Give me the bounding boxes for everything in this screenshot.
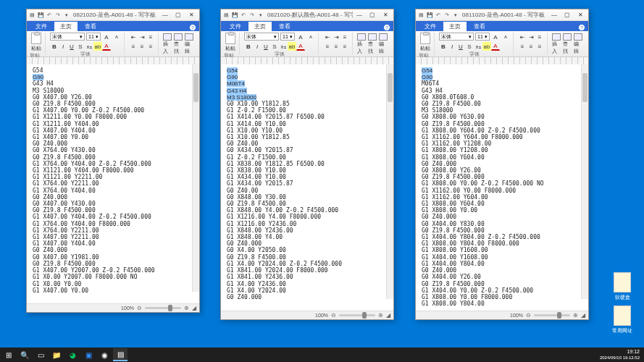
align-right-icon[interactable]: ≡ [340,42,349,51]
zoom-slider[interactable] [339,314,375,316]
align-right-icon[interactable]: ≡ [146,42,155,51]
lookup-button[interactable]: 查找 [563,33,572,55]
font-size-select[interactable]: 11 ▾ [280,33,295,41]
folder-icon[interactable]: 📁 [49,348,64,361]
undo-icon[interactable]: ↶ [435,12,442,19]
desktop-icon[interactable]: 软硬盘 [611,272,633,301]
font-name-select[interactable]: 宋体 ▾ [244,33,279,41]
paste-button[interactable]: 粘贴 [225,33,235,52]
align-left-icon[interactable]: ≡ [518,42,527,51]
vertical-scrollbar[interactable] [386,64,393,299]
resize-grip-icon[interactable]: ◢ [192,305,196,311]
dropdown-icon[interactable]: ▾ [452,12,459,19]
start-button[interactable]: ⊞ [1,348,16,361]
underline-button[interactable]: U [67,42,76,51]
search-icon[interactable]: 🔍 [17,348,32,361]
strike-button[interactable]: S [270,42,279,51]
dropdown-icon[interactable]: ▾ [63,12,70,19]
bold-button[interactable]: B [244,42,253,51]
document-area[interactable]: G54 G90 M06T4 G43 H4 M3 S18000 G0 X10.00… [221,64,393,311]
bold-button[interactable]: B [439,42,448,51]
zoom-in-button[interactable]: ⊕ [378,312,383,319]
maximize-button[interactable]: ▢ [366,10,379,20]
grow-font-icon[interactable]: A [296,33,305,41]
tab-view[interactable]: 查看 [468,22,491,31]
zoom-in-button[interactable]: ⊕ [184,305,189,311]
highlight-button[interactable]: ab [482,42,491,51]
bullets-icon[interactable]: ≡ [340,33,349,41]
inc-indent-icon[interactable]: ⇥ [332,33,340,41]
inc-indent-icon[interactable]: ⇥ [527,33,535,41]
document-area[interactable]: G54 G90 G43 H4 M3 S18000 G0 X407.00 Y26.… [27,64,199,303]
system-clock[interactable]: 19:12 2024/09/10 19:12:52 [600,349,643,361]
minimize-button[interactable]: — [353,10,366,20]
ruler[interactable] [27,57,199,64]
ruler[interactable] [221,57,393,64]
vertical-scrollbar[interactable] [192,64,199,292]
close-button[interactable]: ✕ [574,10,587,20]
paste-button[interactable]: 粘贴 [31,33,41,52]
redo-icon[interactable]: ↷ [248,12,256,19]
vertical-scrollbar[interactable] [581,64,588,299]
bold-button[interactable]: B [50,42,59,51]
font-color-button[interactable]: A [102,42,111,51]
scrollbar-thumb[interactable] [582,73,587,102]
bullets-icon[interactable]: ≡ [535,33,544,41]
ruler[interactable] [416,57,588,64]
align-center-icon[interactable]: ≡ [138,42,146,51]
maximize-button[interactable]: ▢ [172,10,185,20]
resize-grip-icon[interactable]: ◢ [581,312,585,319]
save-icon[interactable]: 💾 [37,12,44,19]
strike-button[interactable]: S [465,42,474,51]
tab-file[interactable]: 文件 [224,22,247,31]
tab-home[interactable]: 主页 [248,22,272,31]
redo-icon[interactable]: ↷ [54,12,62,19]
subscript-button[interactable]: x₂ [279,42,288,51]
edit-button[interactable]: 编辑 [185,33,193,55]
align-right-icon[interactable]: ≡ [535,42,544,51]
font-name-select[interactable]: 宋体 ▾ [439,33,474,41]
lookup-button[interactable]: 查找 [368,33,377,55]
maximize-button[interactable]: ▢ [561,10,574,20]
shrink-font-icon[interactable]: A [306,33,315,41]
font-size-select[interactable]: 11 ▾ [475,33,490,41]
edit-button[interactable]: 编辑 [379,33,388,55]
align-left-icon[interactable]: ≡ [323,42,332,51]
bullets-icon[interactable]: ≡ [146,33,155,41]
wechat-icon[interactable]: ◕ [65,348,80,361]
insert-button[interactable]: 插入 [552,33,561,55]
gcode-text[interactable]: G54 G90 M06T4 G43 H4 M3 S18000 G0 X10.00… [227,67,388,300]
grow-font-icon[interactable]: A [491,33,500,41]
minimize-button[interactable]: — [159,10,172,20]
desktop-icon[interactable]: 常用网址 [611,306,633,334]
resize-grip-icon[interactable]: ◢ [386,312,390,319]
italic-button[interactable]: I [253,42,262,51]
help-icon[interactable]: ? [189,24,196,31]
italic-button[interactable]: I [448,42,456,51]
scrollbar-thumb[interactable] [193,73,198,102]
insert-button[interactable]: 插入 [357,33,366,55]
font-color-button[interactable]: A [491,42,500,51]
font-size-select[interactable]: 11 ▾ [86,33,101,41]
shrink-font-icon[interactable]: A [501,33,510,41]
italic-button[interactable]: I [59,42,67,51]
scrollbar-thumb[interactable] [388,73,393,102]
align-center-icon[interactable]: ≡ [332,42,340,51]
save-icon[interactable]: 💾 [231,12,238,19]
zoom-out-button[interactable]: ⊖ [331,312,336,319]
insert-button[interactable]: 插入 [163,33,172,55]
tab-view[interactable]: 查看 [273,22,296,31]
subscript-button[interactable]: x₂ [474,42,482,51]
close-button[interactable]: ✕ [185,10,198,20]
app-icon[interactable]: ▣ [81,348,96,361]
highlight-button[interactable]: ab [93,42,102,51]
dec-indent-icon[interactable]: ⇤ [323,33,332,41]
gcode-text[interactable]: G54 G90 M06T4 G43 H4 G0 X808.0T608.0 G0 … [422,67,582,307]
document-area[interactable]: G54 G90 M06T4 G43 H4 G0 X808.0T608.0 G0 … [416,64,588,311]
titlebar[interactable]: ▤ 💾 ↶ ↷ ▾ 0811020-蓝色-A001-48 - 写字板 — ▢ ✕ [416,9,588,21]
strike-button[interactable]: S [76,42,85,51]
minimize-button[interactable]: — [548,10,561,20]
task-view-icon[interactable]: ▭ [33,348,48,361]
edit-button[interactable]: 编辑 [574,33,582,55]
zoom-out-button[interactable]: ⊖ [526,312,531,319]
